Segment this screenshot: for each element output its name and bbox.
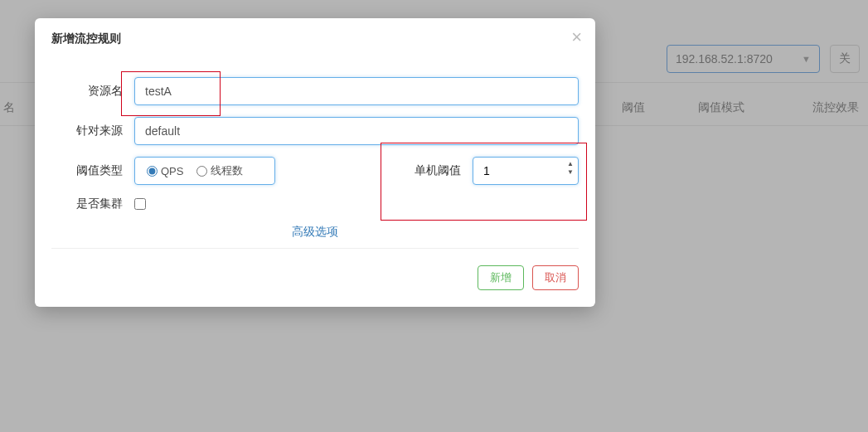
resource-input[interactable] (134, 77, 579, 105)
source-input[interactable] (134, 117, 579, 145)
radio-threads-label: 线程数 (211, 163, 243, 178)
spinner-up-icon[interactable]: ▲ (567, 160, 574, 168)
radio-qps[interactable]: QPS (147, 165, 183, 177)
advanced-options-link[interactable]: 高级选项 (292, 225, 338, 238)
spinner-down-icon[interactable]: ▼ (567, 168, 574, 177)
threshold-type-radio-group: QPS 线程数 (134, 157, 275, 185)
number-spinner[interactable]: ▲ ▼ (567, 160, 574, 177)
label-cluster: 是否集群 (51, 197, 134, 211)
label-threshold-type: 阈值类型 (51, 163, 134, 178)
close-icon[interactable]: × (571, 28, 582, 46)
label-source: 针对来源 (51, 124, 134, 138)
radio-threads[interactable]: 线程数 (196, 163, 243, 178)
radio-threads-input[interactable] (196, 166, 207, 177)
add-flow-rule-modal: 新增流控规则 × 资源名 针对来源 阈值类型 QPS 线程数 (35, 18, 595, 307)
modal-title: 新增流控规则 (51, 32, 579, 46)
radio-qps-label: QPS (161, 165, 183, 177)
label-single-threshold: 单机阈值 (406, 163, 473, 178)
divider (51, 248, 579, 249)
cancel-button[interactable]: 取消 (532, 265, 579, 290)
label-resource: 资源名 (51, 84, 134, 99)
single-threshold-input[interactable] (473, 157, 579, 185)
submit-button[interactable]: 新增 (478, 265, 524, 290)
radio-qps-input[interactable] (147, 166, 158, 177)
cluster-checkbox[interactable] (134, 198, 146, 210)
